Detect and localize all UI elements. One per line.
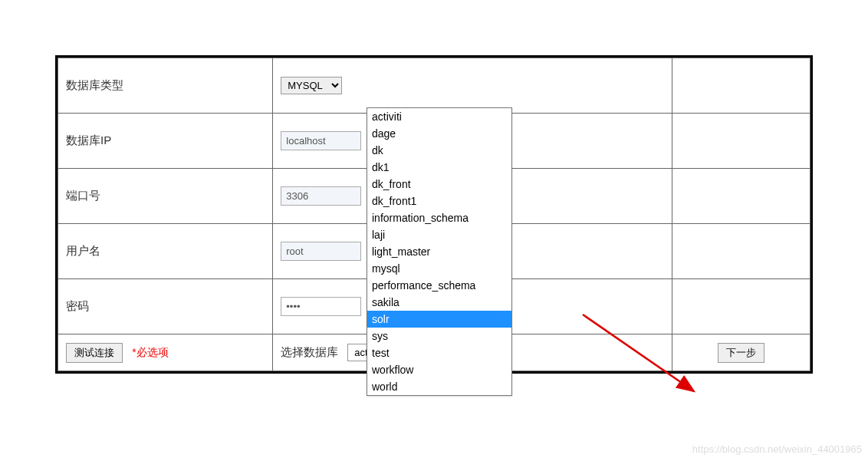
next-button[interactable]: 下一步	[718, 343, 764, 363]
cell-port-action	[672, 169, 810, 224]
cell-next: 下一步	[672, 334, 810, 371]
cell-password-action	[672, 279, 810, 334]
dropdown-option[interactable]: performance_schema	[367, 277, 511, 294]
cell-db-ip-action	[672, 114, 810, 169]
label-password: 密码	[58, 279, 273, 334]
dropdown-option[interactable]: dk_front	[367, 176, 511, 193]
dropdown-option[interactable]: solr	[367, 311, 511, 328]
cell-test: 测试连接 *必选项	[58, 334, 273, 371]
row-db-type: 数据库类型 MYSQL	[58, 58, 810, 114]
password-input[interactable]	[281, 297, 361, 316]
dropdown-option[interactable]: dage	[367, 125, 511, 142]
db-type-select[interactable]: MYSQL	[281, 77, 342, 94]
dropdown-option[interactable]: dk_front1	[367, 193, 511, 209]
username-input[interactable]	[281, 242, 361, 261]
dropdown-option[interactable]: dk1	[367, 159, 511, 176]
port-input[interactable]	[281, 186, 361, 206]
dropdown-option[interactable]: light_master	[367, 243, 511, 260]
select-db-label: 选择数据库	[281, 345, 338, 358]
label-port: 端口号	[58, 169, 273, 224]
cell-username-action	[672, 224, 810, 279]
dropdown-option[interactable]: test	[367, 344, 511, 361]
dropdown-option[interactable]: mysql	[367, 260, 511, 277]
dropdown-option[interactable]: sys	[367, 328, 511, 344]
cell-db-type-action	[672, 58, 810, 114]
dropdown-option[interactable]: workflow	[367, 361, 511, 378]
cell-db-type: MYSQL	[273, 58, 672, 114]
test-connection-button[interactable]: 测试连接	[66, 343, 123, 363]
db-dropdown-list[interactable]: activitidagedkdk1dk_frontdk_front1inform…	[367, 107, 512, 396]
label-db-ip: 数据库IP	[58, 114, 273, 169]
dropdown-option[interactable]: sakila	[367, 294, 511, 311]
dropdown-option[interactable]: world	[367, 378, 511, 395]
dropdown-option[interactable]: laji	[367, 226, 511, 243]
dropdown-option[interactable]: information_schema	[367, 209, 511, 226]
dropdown-option[interactable]: dk	[367, 142, 511, 159]
db-ip-input[interactable]	[281, 131, 361, 150]
label-username: 用户名	[58, 224, 273, 279]
label-db-type: 数据库类型	[58, 58, 273, 114]
required-hint: *必选项	[132, 346, 168, 358]
watermark: https://blog.csdn.net/weixin_44001965	[692, 443, 862, 455]
dropdown-option[interactable]: activiti	[367, 108, 511, 125]
